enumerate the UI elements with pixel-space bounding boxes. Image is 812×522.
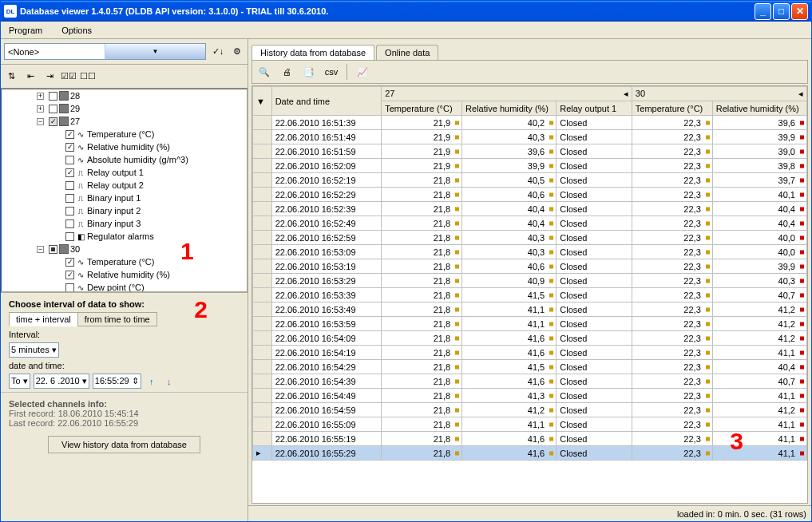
- table-row[interactable]: 22.06.2010 16:53:29 21,8 40,9 Closed 22,…: [253, 274, 807, 288]
- tab-history-data[interactable]: History data from database: [252, 45, 374, 60]
- tree-node-27[interactable]: 27: [70, 117, 80, 126]
- table-row[interactable]: 22.06.2010 16:51:39 21,9 40,2 Closed 22,…: [253, 116, 807, 130]
- close-button[interactable]: ✕: [791, 3, 808, 20]
- table-row[interactable]: 22.06.2010 16:54:39 21,8 41,6 Closed 22,…: [253, 374, 807, 389]
- row-header[interactable]: [253, 288, 272, 303]
- check-27-ro1[interactable]: [65, 168, 74, 177]
- table-row[interactable]: 22.06.2010 16:55:19 21,8 41,6 Closed 22,…: [253, 432, 807, 446]
- table-row[interactable]: 22.06.2010 16:51:59 21,9 39,6 Closed 22,…: [253, 144, 807, 159]
- row-header[interactable]: [253, 331, 272, 346]
- tree-27-ah[interactable]: Absolute humidity (g/m^3): [87, 155, 188, 164]
- down-arrow-icon[interactable]: ↓: [162, 374, 176, 389]
- table-row[interactable]: 22.06.2010 16:54:49 21,8 41,3 Closed 22,…: [253, 389, 807, 403]
- filter-apply-icon[interactable]: ✓↓: [211, 45, 225, 59]
- row-header[interactable]: [253, 188, 272, 202]
- tab-from-to[interactable]: from time to time: [77, 312, 157, 326]
- table-row[interactable]: 22.06.2010 16:52:19 21,8 40,5 Closed 22,…: [253, 173, 807, 188]
- row-header[interactable]: [253, 216, 272, 231]
- table-row[interactable]: 22.06.2010 16:52:09 21,9 39,9 Closed 22,…: [253, 159, 807, 173]
- row-header[interactable]: [253, 303, 272, 317]
- check-27-temp[interactable]: [65, 130, 74, 139]
- view-history-button[interactable]: View history data from database: [48, 436, 200, 453]
- row-selector-header[interactable]: ▼: [253, 87, 272, 116]
- chevron-down-icon[interactable]: ▼: [105, 44, 205, 59]
- check-27-ah[interactable]: [65, 156, 74, 164]
- check-27[interactable]: [49, 117, 57, 126]
- row-header[interactable]: [253, 130, 272, 144]
- tree-node-28[interactable]: 28: [70, 91, 80, 101]
- table-row[interactable]: 22.06.2010 16:52:49 21,8 40,4 Closed 22,…: [253, 216, 807, 231]
- tree-27-bi1[interactable]: Binary input 1: [87, 193, 141, 203]
- table-row[interactable]: 22.06.2010 16:54:19 21,8 41,6 Closed 22,…: [253, 346, 807, 360]
- table-row[interactable]: 22.06.2010 16:53:49 21,8 41,1 Closed 22,…: [253, 303, 807, 317]
- row-header[interactable]: [253, 231, 272, 245]
- tree-27-ra[interactable]: Regulator alarms: [87, 231, 154, 241]
- check-27-bi1[interactable]: [65, 194, 74, 203]
- expand-node-28[interactable]: +: [37, 93, 44, 100]
- tree-30-dp[interactable]: Dew point (°C): [87, 283, 145, 292]
- tree-27-ro1[interactable]: Relay output 1: [87, 168, 144, 177]
- row-header[interactable]: [253, 346, 272, 360]
- tab-online-data[interactable]: Online data: [376, 45, 438, 60]
- interval-select[interactable]: 5 minutes ▾: [9, 342, 59, 358]
- table-row[interactable]: 22.06.2010 16:52:39 21,8 40,4 Closed 22,…: [253, 202, 807, 216]
- device-tree[interactable]: +28 +29 −27 ∿Temperature (°C) ∿Relative …: [1, 89, 248, 292]
- tree-27-rh[interactable]: Relative humidity (%): [87, 142, 170, 152]
- row-header[interactable]: [253, 432, 272, 446]
- collapse-node-30[interactable]: −: [37, 246, 44, 253]
- row-header[interactable]: [253, 389, 272, 403]
- zoom-icon[interactable]: 🔍: [257, 65, 271, 79]
- time-spinner[interactable]: 16:55:29 ⇕: [93, 374, 141, 389]
- tree-node-30[interactable]: 30: [70, 244, 80, 254]
- col-group-30[interactable]: 30◂: [632, 87, 806, 101]
- row-header[interactable]: [253, 417, 272, 432]
- table-row[interactable]: 22.06.2010 16:54:59 21,8 41,2 Closed 22,…: [253, 403, 807, 417]
- table-row[interactable]: 22.06.2010 16:54:09 21,8 41,6 Closed 22,…: [253, 331, 807, 346]
- col-27-temp[interactable]: Temperature (°C): [382, 101, 462, 116]
- uncheck-all-icon[interactable]: ☐☐: [81, 69, 95, 84]
- expand-all-icon[interactable]: ⇅: [4, 69, 18, 84]
- print-icon[interactable]: 🖨: [279, 65, 294, 79]
- minimize-button[interactable]: _: [755, 3, 771, 20]
- collapse-node-27[interactable]: −: [37, 118, 44, 125]
- table-row[interactable]: 22.06.2010 16:55:09 21,8 41,1 Closed 22,…: [253, 417, 807, 432]
- direction-select[interactable]: To ▾: [9, 374, 30, 389]
- export-csv-icon[interactable]: csv: [324, 65, 339, 79]
- check-27-bi3[interactable]: [65, 219, 74, 228]
- check-29[interactable]: [49, 105, 57, 113]
- expand-icon[interactable]: ⇥: [42, 69, 57, 84]
- table-row[interactable]: 22.06.2010 16:53:39 21,8 41,5 Closed 22,…: [253, 288, 807, 303]
- row-header[interactable]: [253, 144, 272, 159]
- export-xls-icon[interactable]: 📑: [302, 65, 316, 79]
- row-header[interactable]: [253, 173, 272, 188]
- row-header[interactable]: [253, 360, 272, 374]
- table-row[interactable]: 22.06.2010 16:53:19 21,8 40,6 Closed 22,…: [253, 259, 807, 274]
- col-datetime[interactable]: Date and time: [271, 87, 382, 116]
- row-header[interactable]: [253, 403, 272, 417]
- table-row[interactable]: 22.06.2010 16:53:59 21,8 41,1 Closed 22,…: [253, 317, 807, 331]
- table-row[interactable]: 22.06.2010 16:52:29 21,8 40,6 Closed 22,…: [253, 188, 807, 202]
- expand-node-29[interactable]: +: [37, 105, 44, 113]
- check-27-bi2[interactable]: [65, 207, 74, 216]
- tree-27-temp[interactable]: Temperature (°C): [87, 129, 154, 139]
- tab-time-interval[interactable]: time + interval: [9, 312, 78, 326]
- tree-27-bi3[interactable]: Binary input 3: [87, 219, 141, 228]
- col-30-rh[interactable]: Relative humidity (%): [712, 101, 806, 116]
- col-27-ro[interactable]: Relay output 1: [557, 101, 632, 116]
- date-picker[interactable]: 22. 6 .2010 ▾: [34, 374, 89, 389]
- chart-icon[interactable]: 📈: [355, 65, 370, 79]
- table-row[interactable]: 22.06.2010 16:54:29 21,8 41,5 Closed 22,…: [253, 360, 807, 374]
- check-30-temp[interactable]: [65, 258, 74, 267]
- table-row[interactable]: 22.06.2010 16:53:09 21,8 40,3 Closed 22,…: [253, 245, 807, 259]
- table-row[interactable]: ▸ 22.06.2010 16:55:29 21,8 41,6 Closed 2…: [253, 446, 807, 461]
- col-group-27[interactable]: 27◂: [382, 87, 632, 101]
- menu-program[interactable]: Program: [4, 24, 47, 37]
- filter-combo[interactable]: <None> ▼: [4, 43, 206, 60]
- col-27-rh[interactable]: Relative humidity (%): [462, 101, 557, 116]
- row-header[interactable]: [253, 159, 272, 173]
- tree-27-bi2[interactable]: Binary input 2: [87, 206, 141, 216]
- check-30-rh[interactable]: [65, 271, 74, 279]
- col-30-temp[interactable]: Temperature (°C): [632, 101, 712, 116]
- table-row[interactable]: 22.06.2010 16:52:59 21,8 40,3 Closed 22,…: [253, 231, 807, 245]
- titlebar[interactable]: DL Database viewer 1.4.0.57 (DLDB API ve…: [1, 1, 811, 22]
